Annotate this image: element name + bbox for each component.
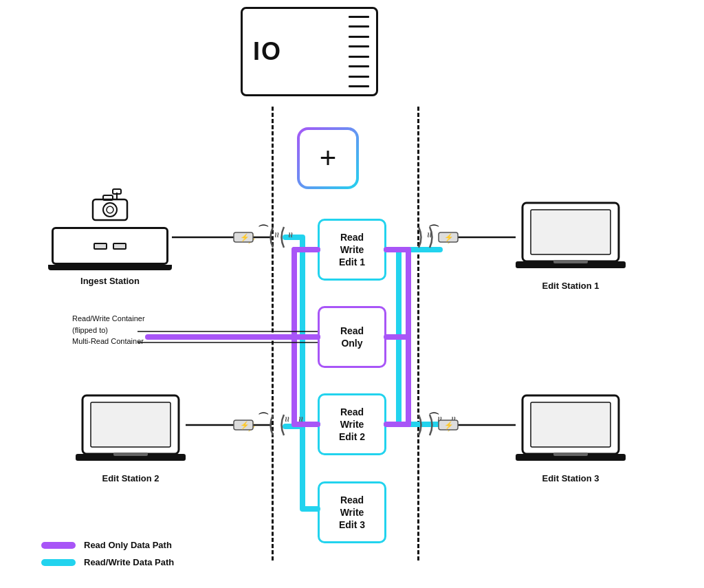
ingest-port [94, 243, 107, 250]
vent-line [349, 85, 369, 87]
legend-color-purple [41, 542, 76, 549]
svg-rect-15 [531, 402, 610, 447]
annotation-line3: Multi-Read Container [72, 337, 144, 345]
svg-text:⚡: ⚡ [240, 420, 250, 430]
ingest-port [113, 243, 126, 250]
svg-text:⚡: ⚡ [444, 420, 454, 430]
io-vents [349, 16, 369, 87]
svg-rect-7 [531, 210, 610, 254]
svg-text:⌒: ⌒ [428, 224, 439, 236]
svg-point-2 [107, 206, 113, 213]
laptop-svg-edit3 [516, 392, 626, 468]
svg-rect-47 [234, 232, 253, 242]
svg-text:≈: ≈ [285, 232, 296, 238]
vent-line [349, 36, 369, 38]
svg-text:≈: ≈ [448, 417, 459, 422]
rwe1-label: ReadWriteEdit 1 [339, 231, 365, 269]
svg-text:⚡: ⚡ [444, 232, 454, 242]
legend-item-read-write: Read/Write Data Path [41, 557, 174, 567]
edit3-label: Edit Station 3 [516, 473, 626, 483]
plus-symbol: + [320, 142, 337, 175]
svg-rect-9 [553, 260, 588, 263]
svg-text:⌒: ⌒ [258, 224, 269, 236]
rwe2-label: ReadWriteEdit 2 [339, 406, 365, 444]
io-label: IO [253, 37, 282, 66]
laptop-svg-edit2 [76, 392, 186, 468]
legend-item-read-only: Read Only Data Path [41, 540, 174, 550]
ingest-station: Ingest Station [48, 186, 172, 286]
rwe3-box: ReadWriteEdit 3 [318, 481, 386, 543]
diagram-container: IO + ReadWriteEdit 1 ReadOnly ReadWriteE… [0, 0, 704, 588]
svg-rect-11 [91, 402, 170, 447]
svg-rect-53 [439, 420, 458, 430]
rwe2-box: ReadWriteEdit 2 [318, 393, 386, 455]
laptop-svg-edit1 [516, 199, 626, 275]
rwe1-box: ReadWriteEdit 1 [318, 219, 386, 281]
dotted-line-left [272, 107, 274, 560]
svg-text:⌒: ⌒ [428, 412, 439, 424]
ro-box: ReadOnly [318, 306, 386, 368]
ingest-label: Ingest Station [48, 276, 172, 286]
svg-text:⚡: ⚡ [446, 422, 456, 432]
ro-label: ReadOnly [340, 325, 364, 349]
edit-station-3: Edit Station 3 [516, 392, 626, 483]
annotation-line2: (flipped to) [72, 326, 108, 334]
edit2-label: Edit Station 2 [76, 473, 186, 483]
vent-line [349, 45, 369, 47]
edit-station-2: Edit Station 2 [76, 392, 186, 483]
legend-label-2: Read/Write Data Path [84, 557, 174, 567]
plus-box: + [297, 127, 359, 189]
ingest-ports [94, 243, 126, 250]
dotted-line-right [417, 107, 419, 560]
svg-text:⚡: ⚡ [246, 422, 256, 432]
edit1-label: Edit Station 1 [516, 281, 626, 291]
legend-color-teal [41, 559, 76, 566]
ingest-drive-body [52, 227, 168, 265]
svg-text:≈: ≈ [424, 232, 435, 238]
svg-text:⚡: ⚡ [246, 234, 256, 244]
ingest-base [48, 265, 172, 270]
legend: Read Only Data Path Read/Write Data Path [41, 540, 174, 567]
svg-text:⚡: ⚡ [446, 234, 456, 244]
vent-line [349, 76, 369, 78]
vent-line [349, 16, 369, 18]
scanner-icon [89, 186, 131, 224]
vent-line [349, 25, 369, 28]
svg-text:⌒: ⌒ [258, 412, 269, 424]
svg-text:≈: ≈ [438, 232, 449, 238]
vent-line [349, 56, 369, 58]
svg-point-1 [103, 203, 117, 217]
svg-rect-49 [439, 232, 458, 242]
annotation-line1: Read/Write Container [72, 314, 145, 323]
svg-rect-13 [113, 453, 148, 456]
svg-rect-17 [553, 453, 588, 456]
annotation: Read/Write Container (flipped to) Multi-… [72, 313, 145, 347]
svg-text:≈: ≈ [282, 417, 293, 422]
vent-line [349, 65, 369, 67]
rwe3-label: ReadWriteEdit 3 [339, 494, 365, 532]
svg-text:≈: ≈ [434, 417, 446, 422]
svg-rect-51 [234, 420, 253, 430]
io-device: IO [241, 7, 378, 96]
edit-station-1: Edit Station 1 [516, 199, 626, 291]
svg-text:⚡: ⚡ [240, 232, 250, 242]
svg-text:≈: ≈ [296, 417, 307, 422]
legend-label-1: Read Only Data Path [84, 540, 172, 550]
